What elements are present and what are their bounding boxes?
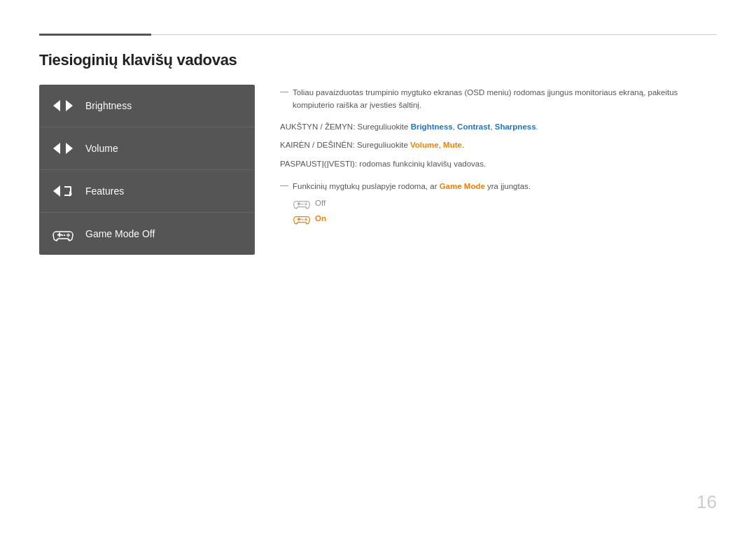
svg-point-5	[68, 236, 69, 237]
note2-text: AUKŠTYN / ŽEMYN: Sureguliuokite Brightne…	[280, 120, 538, 133]
note2-period: .	[536, 122, 538, 131]
page-title: Tiesioginių klavišų vadovas	[39, 51, 717, 69]
note5-post: yra įjungtas.	[485, 182, 531, 190]
brightness-label: Brightness	[85, 100, 132, 111]
note3-volume: Volume	[410, 141, 439, 149]
game-mode-off-label: Off	[315, 199, 326, 207]
desc-note-3: KAIRĖN / DEŠINĖN: Sureguliuokite Volume,…	[280, 139, 717, 151]
svg-point-3	[69, 234, 70, 236]
svg-point-4	[68, 234, 69, 235]
game-mode-off-row: Off	[293, 197, 717, 209]
svg-point-20	[305, 218, 307, 220]
svg-point-21	[305, 220, 307, 221]
desc-note-1: — Toliau pavaizduotas trumpinio mygtuko …	[280, 86, 717, 112]
note5-pre: Funkcinių mygtukų puslapyje rodoma, ar	[293, 182, 440, 190]
note1-dash: —	[280, 87, 287, 97]
svg-rect-23	[302, 219, 304, 220]
svg-rect-7	[64, 234, 65, 236]
note5-dash: —	[280, 181, 287, 190]
note3-text: KAIRĖN / DEŠINĖN: Sureguliuokite Volume,…	[280, 139, 464, 151]
note3-period: .	[462, 141, 464, 149]
note3-pre: KAIRĖN / DEŠINĖN: Sureguliuokite	[280, 141, 410, 149]
svg-rect-1	[59, 233, 60, 237]
menu-item-brightness[interactable]: Brightness	[39, 85, 255, 127]
menu-item-features[interactable]: Features	[39, 170, 255, 213]
note1-text: Toliau pavaizduotas trumpinio mygtuko ek…	[293, 86, 717, 112]
svg-point-19	[307, 219, 308, 220]
menu-item-volume[interactable]: Volume	[39, 127, 255, 170]
svg-point-10	[304, 204, 306, 205]
brightness-icon-container	[52, 94, 74, 117]
note2-sharpness: Sharpness	[495, 122, 536, 131]
divider-thin	[151, 34, 717, 35]
gamepad-icon-container	[52, 223, 74, 245]
page-number: 16	[696, 491, 717, 513]
svg-rect-15	[302, 204, 304, 205]
svg-point-12	[305, 203, 307, 204]
note5-text: Funkcinių mygtukų puslapyje rodoma, ar G…	[293, 180, 531, 192]
svg-rect-17	[298, 218, 300, 221]
svg-point-2	[66, 234, 68, 236]
desc-note-2: AUKŠTYN / ŽEMYN: Sureguliuokite Brightne…	[280, 120, 717, 133]
game-mode-label: Game Mode Off	[85, 228, 155, 239]
features-label: Features	[85, 185, 124, 197]
game-mode-on-row: On	[293, 212, 717, 225]
gamepad-on-icon	[293, 212, 311, 225]
main-content: Brightness Volume Features	[39, 85, 717, 255]
svg-rect-22	[300, 219, 302, 220]
features-icon	[53, 184, 73, 198]
note4-text: PASPAUSTĮ(ĮVESTI): rodomas funkcinių kla…	[280, 157, 486, 170]
divider-thick	[39, 34, 151, 36]
game-mode-icons: Off	[293, 197, 717, 225]
note2-pre: AUKŠTYN / ŽEMYN: Sureguliuokite	[280, 122, 411, 131]
svg-rect-6	[62, 234, 63, 236]
desc-note-4: PASPAUSTĮ(ĮVESTI): rodomas funkcinių kla…	[280, 157, 717, 170]
note2-brightness: Brightness	[411, 122, 453, 131]
brightness-icon	[53, 99, 73, 113]
volume-label: Volume	[85, 143, 118, 154]
note5-game-mode: Game Mode	[440, 182, 485, 190]
gamepad-off-icon	[293, 197, 311, 209]
volume-icon-container	[52, 137, 74, 160]
features-bar	[64, 186, 71, 196]
page-container: Tiesioginių klavišų vadovas Brightness V…	[0, 0, 756, 534]
note3-mute: Mute	[443, 141, 462, 149]
desc-note-5: — Funkcinių mygtukų puslapyje rodoma, ar…	[280, 180, 717, 192]
svg-point-11	[307, 204, 308, 205]
gamepad-icon	[52, 226, 74, 241]
menu-panel: Brightness Volume Features	[39, 85, 255, 255]
svg-rect-9	[298, 202, 300, 206]
top-divider	[39, 34, 717, 36]
description-panel: — Toliau pavaizduotas trumpinio mygtuko …	[280, 85, 717, 225]
features-icon-container	[52, 180, 74, 202]
volume-icon	[53, 141, 73, 155]
svg-rect-14	[300, 204, 302, 205]
svg-point-18	[304, 219, 306, 220]
note2-contrast: Contrast	[457, 122, 490, 131]
svg-point-13	[305, 204, 307, 206]
game-mode-on-label: On	[315, 214, 326, 223]
menu-item-game-mode[interactable]: Game Mode Off	[39, 213, 255, 255]
